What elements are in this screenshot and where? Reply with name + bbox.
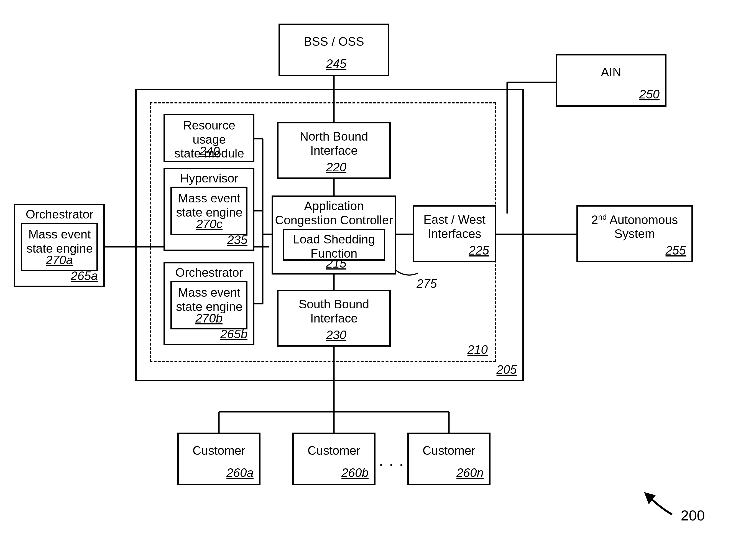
- customer-b-box: Customer 260b: [292, 433, 375, 485]
- orchestrator-int-engine-box: Mass event state engine 270b: [171, 281, 247, 329]
- inner-dashed-ref: 210: [467, 343, 488, 356]
- hypervisor-engine-box: Mass event state engine 270c: [171, 186, 247, 235]
- second-as-ref: 255: [666, 244, 686, 257]
- diagram-stage: BSS / OSS 245 AIN 250 205 210 Resource u…: [0, 0, 756, 536]
- orchestrator-ext-ref: 265a: [71, 269, 98, 283]
- east-west-box: East / West Interfaces 225: [413, 205, 496, 262]
- resource-usage-box: Resource usage state module 240: [164, 114, 254, 162]
- second-as-box: 2nd Autonomous System 255: [577, 205, 693, 262]
- customer-n-box: Customer 260n: [407, 433, 490, 485]
- orchestrator-int-ref: 265b: [220, 327, 247, 341]
- customer-ellipsis: . . .: [378, 455, 406, 469]
- south-bound-label: South Bound Interface: [278, 297, 389, 325]
- orchestrator-int-box: Orchestrator Mass event state engine 270…: [164, 262, 254, 345]
- orchestrator-int-engine-label: Mass event state engine: [172, 285, 247, 314]
- ain-ref: 250: [639, 87, 660, 101]
- orchestrator-ext-engine-box: Mass event state engine 270a: [21, 223, 98, 271]
- outer-box-ref: 205: [497, 363, 517, 377]
- customer-b-label: Customer: [294, 444, 374, 458]
- figure-number: 200: [676, 507, 709, 524]
- east-west-ref: 225: [469, 244, 489, 257]
- load-shed-box: Load Shedding Function: [283, 229, 385, 261]
- bss-oss-ref: 245: [326, 57, 346, 71]
- resource-usage-ref: 240: [200, 144, 220, 158]
- orchestrator-ext-box: Orchestrator Mass event state engine 270…: [14, 204, 105, 287]
- orchestrator-ext-engine-ref: 270a: [46, 253, 73, 267]
- ain-box: AIN 250: [556, 54, 667, 107]
- second-as-label: 2nd Autonomous System: [578, 213, 691, 241]
- hypervisor-box: Hypervisor Mass event state engine 270c …: [164, 168, 254, 251]
- app-cc-label: Application Congestion Controller: [273, 199, 395, 227]
- north-bound-ref: 220: [326, 160, 346, 174]
- south-bound-box: South Bound Interface 230: [277, 290, 391, 347]
- customer-a-box: Customer 260a: [177, 433, 261, 485]
- bss-oss-label: BSS / OSS: [280, 35, 388, 49]
- hypervisor-ref: 235: [227, 233, 247, 247]
- orchestrator-ext-engine-label: Mass event state engine: [22, 227, 97, 255]
- orchestrator-ext-label: Orchestrator: [15, 207, 104, 221]
- orchestrator-int-engine-ref: 270b: [195, 311, 223, 325]
- customer-b-ref: 260b: [341, 466, 368, 480]
- north-bound-box: North Bound Interface 220: [277, 122, 391, 179]
- customer-a-label: Customer: [179, 444, 259, 458]
- orchestrator-int-label: Orchestrator: [165, 266, 254, 280]
- load-shed-ref: 275: [410, 277, 443, 291]
- hypervisor-engine-label: Mass event state engine: [172, 191, 247, 219]
- north-bound-label: North Bound Interface: [278, 129, 389, 157]
- customer-n-ref: 260n: [457, 466, 484, 480]
- app-cc-box: Application Congestion Controller Load S…: [271, 195, 396, 275]
- hypervisor-label: Hypervisor: [165, 171, 254, 185]
- svg-marker-18: [646, 493, 654, 502]
- app-cc-ref: 215: [326, 256, 346, 270]
- ain-label: AIN: [557, 65, 665, 79]
- load-shed-label: Load Shedding Function: [284, 232, 384, 260]
- hypervisor-engine-ref: 270c: [196, 217, 223, 231]
- east-west-label: East / West Interfaces: [414, 213, 495, 241]
- customer-n-label: Customer: [409, 444, 489, 458]
- customer-a-ref: 260a: [226, 466, 254, 480]
- south-bound-ref: 230: [326, 328, 346, 342]
- bss-oss-box: BSS / OSS 245: [278, 23, 389, 76]
